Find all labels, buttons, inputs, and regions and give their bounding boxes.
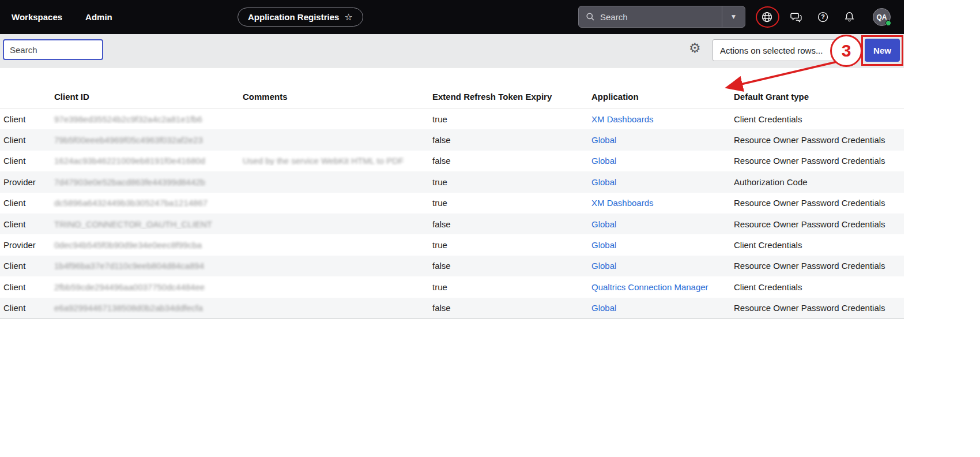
favorite-star-icon[interactable]: ☆	[344, 12, 352, 23]
cell-extend-refresh: true	[428, 282, 587, 292]
application-link[interactable]: Global	[591, 261, 616, 271]
search-scope-dropdown[interactable]: ▼	[722, 6, 745, 27]
application-link[interactable]: Global	[591, 219, 616, 229]
cell-client-id: 7d47903e0e52bacd863fe44399d8442b	[50, 177, 238, 187]
nav-admin[interactable]: Admin	[85, 12, 112, 22]
cell-application: XM Dashboards	[587, 198, 729, 208]
application-link[interactable]: Global	[591, 156, 616, 166]
cell-client-id: e6a92994467138508d0b2ab34ddfecfa	[50, 303, 238, 313]
cell-type: Client	[0, 114, 50, 124]
header-application[interactable]: Application	[587, 92, 729, 102]
cell-client-id: 1b4f96ba37e7d110c9eeb804d84ca894	[50, 261, 238, 271]
context-pill-label: Application Registries	[248, 12, 339, 22]
cell-grant-type: Resource Owner Password Credentials	[729, 135, 904, 145]
table-row[interactable]: Client TRINO_CONNECTOR_OAUTH_CLIENT fals…	[0, 213, 904, 234]
cell-comments: Used by the service WebKit HTML to PDF	[238, 156, 428, 166]
cell-application: Global	[587, 177, 729, 187]
header-client-id[interactable]: Client ID	[50, 92, 238, 102]
application-link[interactable]: Global	[591, 303, 616, 313]
nav-workspaces[interactable]: Workspaces	[12, 12, 62, 22]
cell-type: Client	[0, 135, 50, 145]
cell-client-id: TRINO_CONNECTOR_OAUTH_CLIENT	[50, 219, 238, 229]
cell-application: Global	[587, 219, 729, 229]
cell-grant-type: Client Credentials	[729, 282, 904, 292]
app-window: Workspaces Admin Application Registries …	[0, 0, 904, 319]
cell-type: Client	[0, 198, 50, 208]
cell-type: Client	[0, 156, 50, 166]
cell-client-id: dc5896a6432449b3b305247ba1214867	[50, 198, 238, 208]
notifications-icon[interactable]	[843, 10, 856, 24]
toolbar: ⚙ Actions on selected rows... ▼ New	[0, 34, 904, 68]
cell-type: Provider	[0, 177, 50, 187]
cell-extend-refresh: false	[428, 156, 587, 166]
application-link[interactable]: Global	[591, 177, 616, 187]
globe-icon[interactable]	[760, 10, 774, 24]
cell-grant-type: Client Credentials	[729, 240, 904, 250]
cell-application: XM Dashboards	[587, 114, 729, 124]
cell-extend-refresh: true	[428, 114, 587, 124]
primary-nav: Workspaces Admin	[12, 0, 112, 34]
cell-grant-type: Client Credentials	[729, 114, 904, 124]
table-header-row: Client ID Comments Extend Refresh Token …	[0, 85, 904, 108]
cell-application: Qualtrics Connection Manager	[587, 282, 729, 292]
cell-grant-type: Resource Owner Password Credentials	[729, 156, 904, 166]
cell-extend-refresh: false	[428, 303, 587, 313]
cell-client-id: 1624ac93b46221009eb8191f0e41680d	[50, 156, 238, 166]
cell-client-id: 0dec94b545f0b90d9e34e0eec8f99cba	[50, 240, 238, 250]
avatar[interactable]: QA	[873, 8, 891, 26]
table-row[interactable]: Provider 7d47903e0e52bacd863fe44399d8442…	[0, 171, 904, 192]
cell-type: Provider	[0, 240, 50, 250]
cell-extend-refresh: false	[428, 261, 587, 271]
table-row[interactable]: Client dc5896a6432449b3b305247ba1214867 …	[0, 193, 904, 213]
search-icon	[586, 12, 595, 21]
table-row[interactable]: Client 2fbb59cde294496aa0037750dc4484ee …	[0, 276, 904, 297]
actions-dropdown-label: Actions on selected rows...	[720, 46, 823, 55]
svg-text:?: ?	[821, 13, 825, 20]
table-row[interactable]: Client 1624ac93b46221009eb8191f0e41680d …	[0, 151, 904, 171]
header-grant-type[interactable]: Default Grant type	[729, 92, 904, 102]
cell-type: Client	[0, 303, 50, 313]
cell-application: Global	[587, 135, 729, 145]
cell-type: Client	[0, 261, 50, 271]
chevron-down-icon: ▼	[836, 47, 841, 54]
application-link[interactable]: Global	[591, 240, 616, 250]
table-row[interactable]: Client e6a92994467138508d0b2ab34ddfecfa …	[0, 298, 904, 319]
header-comments[interactable]: Comments	[238, 92, 428, 102]
application-link[interactable]: Qualtrics Connection Manager	[591, 282, 708, 292]
table-search-input[interactable]	[3, 39, 103, 60]
cell-client-id: 97e398ed35524b2c9f32a4c2a81e1fb6	[50, 114, 238, 124]
cell-extend-refresh: true	[428, 177, 587, 187]
table-row[interactable]: Client 1b4f96ba37e7d110c9eeb804d84ca894 …	[0, 256, 904, 276]
new-button[interactable]: New	[865, 39, 900, 62]
table-row[interactable]: Client 97e398ed35524b2c9f32a4c2a81e1fb6 …	[0, 108, 904, 129]
table-row[interactable]: Provider 0dec94b545f0b90d9e34e0eec8f99cb…	[0, 234, 904, 255]
cell-grant-type: Resource Owner Password Credentials	[729, 303, 904, 313]
cell-application: Global	[587, 303, 729, 313]
cell-type: Client	[0, 282, 50, 292]
cell-application: Global	[587, 156, 729, 166]
cell-extend-refresh: true	[428, 198, 587, 208]
cell-grant-type: Resource Owner Password Credentials	[729, 219, 904, 229]
global-search[interactable]: Search ▼	[578, 6, 745, 28]
cell-client-id: 2fbb59cde294496aa0037750dc4484ee	[50, 282, 238, 292]
cell-grant-type: Resource Owner Password Credentials	[729, 198, 904, 208]
global-search-placeholder: Search	[600, 12, 628, 22]
table-body: Client 97e398ed35524b2c9f32a4c2a81e1fb6 …	[0, 108, 904, 319]
application-link[interactable]: Global	[591, 135, 616, 145]
cell-client-id: 79b5f00eeeb4969f05c4963f032af2e23	[50, 135, 238, 145]
cell-grant-type: Authorization Code	[729, 177, 904, 187]
table-row[interactable]: Client 79b5f00eeeb4969f05c4963f032af2e23…	[0, 129, 904, 150]
cell-application: Global	[587, 240, 729, 250]
help-icon[interactable]: ?	[816, 10, 830, 24]
presence-indicator	[885, 20, 891, 26]
header-extend-refresh[interactable]: Extend Refresh Token Expiry	[428, 92, 587, 102]
actions-dropdown[interactable]: Actions on selected rows... ▼	[713, 39, 849, 61]
feedback-icon[interactable]	[790, 10, 803, 24]
application-link[interactable]: XM Dashboards	[591, 198, 654, 208]
top-nav: Workspaces Admin Application Registries …	[0, 0, 904, 34]
application-link[interactable]: XM Dashboards	[591, 114, 654, 124]
settings-gear-icon[interactable]: ⚙	[689, 42, 701, 55]
cell-type: Client	[0, 219, 50, 229]
context-pill[interactable]: Application Registries ☆	[238, 8, 363, 27]
cell-extend-refresh: true	[428, 240, 587, 250]
